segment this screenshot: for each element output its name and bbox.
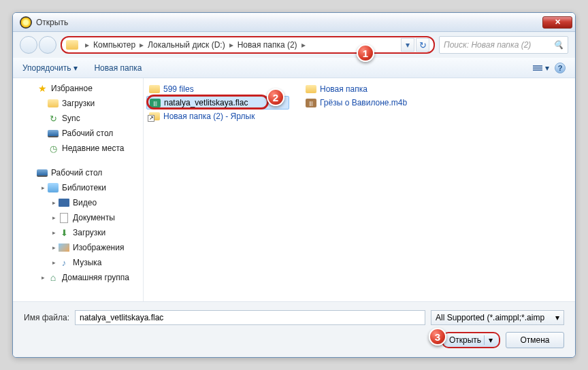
tree-item[interactable]: ★Избранное	[13, 81, 143, 96]
file-list: 599 files|||natalya_vetlitskaya.flacНова…	[144, 78, 575, 301]
tree-item[interactable]: Рабочий стол	[13, 126, 143, 141]
breadcrumb-item[interactable]: Новая папка (2)	[238, 40, 297, 50]
expand-icon: ▸	[50, 259, 58, 266]
filename-label: Имя файла:	[24, 313, 69, 322]
tree-label: Рабочий стол	[51, 168, 102, 178]
file-label: 599 files	[163, 84, 194, 94]
recent-icon: ◷	[47, 143, 59, 154]
tree-label: Домашняя группа	[62, 273, 129, 282]
new-folder-button[interactable]: Новая папка	[94, 63, 142, 73]
home-icon: ⌂	[47, 272, 59, 283]
refresh-button[interactable]: ↻	[416, 38, 429, 52]
tree-label: Библиотеки	[62, 183, 106, 192]
file-label: natalya_vetlitskaya.flac	[164, 98, 248, 107]
tree-label: Документы	[73, 213, 115, 222]
chevron-down-icon: ▾	[74, 63, 78, 73]
window-title: Открыть	[36, 18, 542, 27]
history-dropdown-button[interactable]: ▾	[401, 38, 414, 52]
tree-item	[13, 156, 143, 165]
img-icon	[58, 242, 70, 253]
expand-icon: ▸	[39, 274, 47, 281]
footer: Имя файла: All Supported (*.aimppl;*.aim…	[13, 301, 575, 358]
toolbar: Упорядочить ▾ Новая папка ▾ ?	[13, 58, 575, 78]
open-file-dialog: Открыть ✕ ▸ Компьютер ▸ Локальный диск (…	[12, 12, 576, 358]
tree-label: Изображения	[73, 243, 124, 252]
file-item[interactable]: Новая папка (2) - Ярлык	[146, 110, 289, 123]
forward-button[interactable]	[39, 36, 56, 54]
tree-item[interactable]: ↻Sync	[13, 111, 143, 126]
search-icon: 🔍	[553, 40, 564, 50]
chevron-down-icon: ▾	[555, 313, 559, 322]
breadcrumb[interactable]: ▸ Компьютер ▸ Локальный диск (D:) ▸ Нова…	[61, 36, 435, 54]
desktop-icon	[36, 167, 48, 178]
chevron-icon: ▸	[137, 40, 146, 50]
close-button[interactable]: ✕	[542, 16, 572, 29]
tree-label: Рабочий стол	[62, 129, 113, 138]
file-label: Новая папка (2) - Ярлык	[163, 112, 255, 121]
desktop-icon	[47, 128, 59, 139]
nav-bar: ▸ Компьютер ▸ Локальный диск (D:) ▸ Нова…	[13, 32, 575, 58]
expand-icon: ▸	[50, 229, 58, 236]
tree-item[interactable]: ◷Недавние места	[13, 141, 143, 156]
tree-item[interactable]: ▸⌂Домашняя группа	[13, 270, 143, 285]
video-icon	[58, 197, 70, 208]
expand-icon: ▸	[50, 199, 58, 206]
tree-item[interactable]: ▸♪Музыка	[13, 255, 143, 270]
tree-item[interactable]: Загрузки	[13, 96, 143, 111]
file-label: Грёзы о Вавилоне.m4b	[320, 98, 407, 107]
star-icon: ★	[36, 83, 48, 94]
file-icon: |||	[150, 99, 161, 107]
tree-label: Загрузки	[73, 228, 105, 237]
tree-label: Загрузки	[62, 99, 95, 108]
lib-icon	[47, 182, 59, 193]
file-icon	[306, 85, 316, 93]
file-icon	[149, 112, 160, 120]
expand-icon: ▸	[50, 244, 58, 251]
search-input[interactable]: Поиск: Новая папка (2) 🔍	[439, 36, 568, 54]
tree-item[interactable]: ▸Изображения	[13, 240, 143, 255]
folder-icon	[66, 40, 78, 50]
expand-icon: ▸	[50, 214, 58, 221]
chevron-icon: ▸	[299, 40, 308, 50]
tree-label: Недавние места	[62, 144, 124, 153]
tree-label: Музыка	[73, 258, 101, 267]
tree-item[interactable]: ▸Документы	[13, 210, 143, 225]
folder-icon	[47, 98, 59, 109]
chevron-icon: ▸	[227, 40, 236, 50]
filter-dropdown[interactable]: All Supported (*.aimppl;*.aimp ▾	[431, 310, 564, 325]
file-icon: |||	[306, 99, 316, 107]
list-view-icon	[533, 65, 542, 71]
titlebar: Открыть ✕	[13, 13, 575, 32]
file-item[interactable]: |||Грёзы о Вавилоне.m4b	[303, 96, 446, 110]
tree-item[interactable]: Рабочий стол	[13, 165, 143, 180]
annotation-marker-1: 1	[357, 44, 374, 62]
organize-button[interactable]: Упорядочить ▾	[22, 63, 78, 73]
annotation-marker-3: 3	[429, 328, 446, 346]
open-button[interactable]: Открыть ▾	[442, 332, 500, 348]
sidebar-tree: ★ИзбранноеЗагрузки↻SyncРабочий стол◷Неда…	[13, 78, 144, 301]
search-placeholder: Поиск: Новая папка (2)	[444, 40, 531, 50]
expand-icon: ▸	[39, 184, 47, 191]
tree-label: Видео	[73, 198, 97, 207]
help-button[interactable]: ?	[555, 63, 566, 73]
filename-input[interactable]	[75, 310, 425, 325]
back-button[interactable]	[20, 36, 37, 54]
tree-item[interactable]: ▸Библиотеки	[13, 180, 143, 195]
tree-item[interactable]: ▸Видео	[13, 195, 143, 210]
file-item[interactable]: Новая папка	[303, 82, 446, 96]
tree-label: Sync	[62, 114, 80, 123]
split-chevron-icon: ▾	[484, 335, 493, 345]
chevron-down-icon: ▾	[545, 63, 549, 73]
view-mode-button[interactable]: ▾	[533, 63, 549, 73]
breadcrumb-item[interactable]: Локальный диск (D:)	[148, 40, 225, 50]
sync-icon: ↻	[47, 113, 59, 124]
dl-icon: ⬇	[58, 227, 70, 238]
file-icon	[149, 85, 160, 93]
tree-item[interactable]: ▸⬇Загрузки	[13, 225, 143, 240]
breadcrumb-item[interactable]: Компьютер	[93, 40, 135, 50]
annotation-marker-2: 2	[267, 88, 284, 106]
cancel-button[interactable]: Отмена	[506, 332, 564, 348]
chevron-icon: ▸	[82, 40, 92, 50]
doc-icon	[58, 212, 70, 223]
file-label: Новая папка	[320, 84, 368, 94]
